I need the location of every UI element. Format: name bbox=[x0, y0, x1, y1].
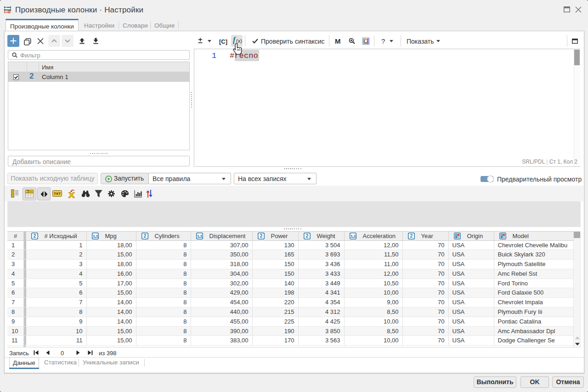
svg-text:2: 2 bbox=[260, 233, 262, 239]
svg-text:2: 2 bbox=[143, 233, 146, 239]
svg-text:1: 1 bbox=[200, 233, 203, 239]
svg-text:T: T bbox=[27, 190, 29, 193]
svg-text:1: 1 bbox=[197, 233, 199, 239]
svg-text:2: 2 bbox=[410, 233, 413, 239]
svg-text:1: 1 bbox=[350, 233, 353, 239]
svg-text:2: 2 bbox=[305, 233, 308, 239]
svg-text:TXT: TXT bbox=[54, 192, 61, 196]
svg-text:1: 1 bbox=[96, 233, 98, 239]
svg-text:2: 2 bbox=[33, 233, 36, 239]
svg-text:1: 1 bbox=[92, 233, 95, 239]
svg-text:1: 1 bbox=[353, 233, 356, 239]
